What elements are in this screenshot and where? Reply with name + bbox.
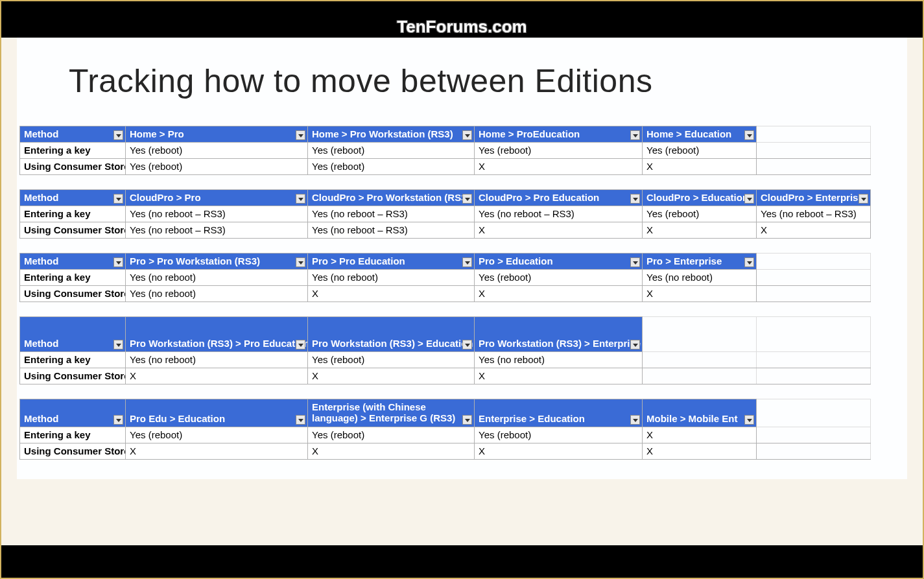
- filter-dropdown-icon[interactable]: [296, 257, 305, 267]
- row-method-label: Entering a key: [20, 270, 126, 286]
- cell: X: [475, 222, 643, 239]
- col-header[interactable]: Pro Edu > Education: [126, 399, 308, 427]
- filter-dropdown-icon[interactable]: [296, 415, 305, 425]
- filter-dropdown-icon[interactable]: [630, 194, 640, 204]
- table-row: Entering a keyYes (reboot)Yes (reboot)Ye…: [20, 427, 871, 443]
- cell: X: [475, 368, 643, 384]
- col-header[interactable]: CloudPro > Education: [643, 190, 757, 206]
- col-header: [757, 399, 871, 427]
- tables-container: MethodHome > ProHome > Pro Workstation (…: [17, 126, 907, 460]
- col-header-method[interactable]: Method: [20, 190, 126, 206]
- filter-dropdown-icon[interactable]: [859, 194, 868, 204]
- col-header[interactable]: Enterprise (with Chinese language) > Ent…: [308, 399, 475, 427]
- col-header: [643, 317, 757, 352]
- col-header[interactable]: Home > ProEducation: [475, 126, 643, 143]
- table-row: Using Consumer StoreYes (no reboot)XXX: [20, 286, 871, 302]
- cell: Yes (reboot): [643, 143, 757, 159]
- col-header[interactable]: Home > Pro: [126, 126, 308, 143]
- filter-dropdown-icon[interactable]: [113, 257, 123, 267]
- filter-dropdown-icon[interactable]: [630, 340, 640, 349]
- filter-dropdown-icon[interactable]: [630, 415, 640, 425]
- col-header-method[interactable]: Method: [20, 254, 126, 270]
- filter-dropdown-icon[interactable]: [462, 130, 472, 140]
- col-header[interactable]: Pro Workstation (RS3) > Education: [308, 317, 475, 352]
- cell: X: [475, 443, 643, 459]
- cell: Yes (reboot): [126, 427, 308, 443]
- filter-dropdown-icon[interactable]: [113, 340, 123, 349]
- cell: X: [308, 443, 475, 459]
- col-header[interactable]: CloudPro > Pro Workstation (RS3): [308, 190, 475, 206]
- row-method-label: Using Consumer Store: [20, 222, 126, 239]
- edition-table-1: MethodCloudPro > ProCloudPro > Pro Works…: [19, 189, 871, 239]
- cell: Yes (no reboot): [126, 270, 308, 286]
- filter-dropdown-icon[interactable]: [113, 194, 123, 204]
- cell: X: [126, 368, 308, 384]
- cell: Yes (reboot): [308, 143, 475, 159]
- cell: X: [308, 368, 475, 384]
- col-header-method[interactable]: Method: [20, 399, 126, 427]
- filter-dropdown-icon[interactable]: [462, 257, 472, 267]
- cell: Yes (reboot): [308, 427, 475, 443]
- col-header: [757, 317, 871, 352]
- filter-dropdown-icon[interactable]: [296, 340, 305, 349]
- cell: Yes (reboot): [126, 159, 308, 175]
- filter-dropdown-icon[interactable]: [462, 415, 472, 425]
- col-header[interactable]: CloudPro > Pro: [126, 190, 308, 206]
- row-method-label: Entering a key: [20, 206, 126, 222]
- cell: X: [126, 443, 308, 459]
- cell: [643, 368, 757, 384]
- col-header[interactable]: Enterprise > Education: [475, 399, 643, 427]
- cell: Yes (no reboot – RS3): [475, 206, 643, 222]
- cell: Yes (no reboot – RS3): [126, 222, 308, 239]
- cell: Yes (reboot): [308, 352, 475, 368]
- col-header[interactable]: CloudPro > Enterprise: [757, 190, 871, 206]
- cell: [757, 143, 871, 159]
- col-header[interactable]: Home > Pro Workstation (RS3): [308, 126, 475, 143]
- filter-dropdown-icon[interactable]: [113, 415, 123, 425]
- table-row: Entering a keyYes (no reboot)Yes (reboot…: [20, 352, 871, 368]
- table-row: Entering a keyYes (no reboot – RS3)Yes (…: [20, 206, 871, 222]
- cell: X: [308, 286, 475, 302]
- filter-dropdown-icon[interactable]: [630, 257, 640, 267]
- filter-dropdown-icon[interactable]: [744, 130, 754, 140]
- filter-dropdown-icon[interactable]: [630, 130, 640, 140]
- col-header-method[interactable]: Method: [20, 126, 126, 143]
- col-header[interactable]: Pro Workstation (RS3) > Enterprise: [475, 317, 643, 352]
- table-row: Using Consumer StoreXXXX: [20, 443, 871, 459]
- filter-dropdown-icon[interactable]: [744, 194, 754, 204]
- table-row: Entering a keyYes (reboot)Yes (reboot)Ye…: [20, 143, 871, 159]
- col-header[interactable]: Pro > Pro Workstation (RS3): [126, 254, 308, 270]
- col-header[interactable]: Home > Education: [643, 126, 757, 143]
- cell: X: [475, 159, 643, 175]
- filter-dropdown-icon[interactable]: [296, 130, 305, 140]
- bottom-black-bar: [1, 545, 923, 578]
- edition-table-0: MethodHome > ProHome > Pro Workstation (…: [19, 126, 871, 175]
- edition-table-4: MethodPro Edu > EducationEnterprise (wit…: [19, 399, 871, 460]
- filter-dropdown-icon[interactable]: [462, 194, 472, 204]
- col-header-method[interactable]: Method: [20, 317, 126, 352]
- row-method-label: Entering a key: [20, 143, 126, 159]
- filter-dropdown-icon[interactable]: [462, 340, 472, 349]
- cell: Yes (no reboot): [126, 352, 308, 368]
- col-header: [757, 254, 871, 270]
- filter-dropdown-icon[interactable]: [744, 257, 754, 267]
- cell: X: [643, 443, 757, 459]
- cell: Yes (reboot): [308, 159, 475, 175]
- cell: X: [643, 427, 757, 443]
- edition-table-2: MethodPro > Pro Workstation (RS3)Pro > P…: [19, 253, 871, 302]
- filter-dropdown-icon[interactable]: [744, 415, 754, 425]
- row-method-label: Using Consumer Store: [20, 443, 126, 459]
- col-header[interactable]: Pro > Enterprise: [643, 254, 757, 270]
- cell: X: [643, 159, 757, 175]
- filter-dropdown-icon[interactable]: [113, 130, 123, 140]
- cell: Yes (no reboot): [126, 286, 308, 302]
- col-header[interactable]: Pro Workstation (RS3) > Pro Education: [126, 317, 308, 352]
- col-header[interactable]: Pro > Pro Education: [308, 254, 475, 270]
- row-method-label: Entering a key: [20, 352, 126, 368]
- col-header[interactable]: Mobile > Mobile Ent: [643, 399, 757, 427]
- col-header[interactable]: Pro > Education: [475, 254, 643, 270]
- filter-dropdown-icon[interactable]: [296, 194, 305, 204]
- col-header[interactable]: CloudPro > Pro Education: [475, 190, 643, 206]
- edition-table-3: MethodPro Workstation (RS3) > Pro Educat…: [19, 316, 871, 384]
- cell: [757, 443, 871, 459]
